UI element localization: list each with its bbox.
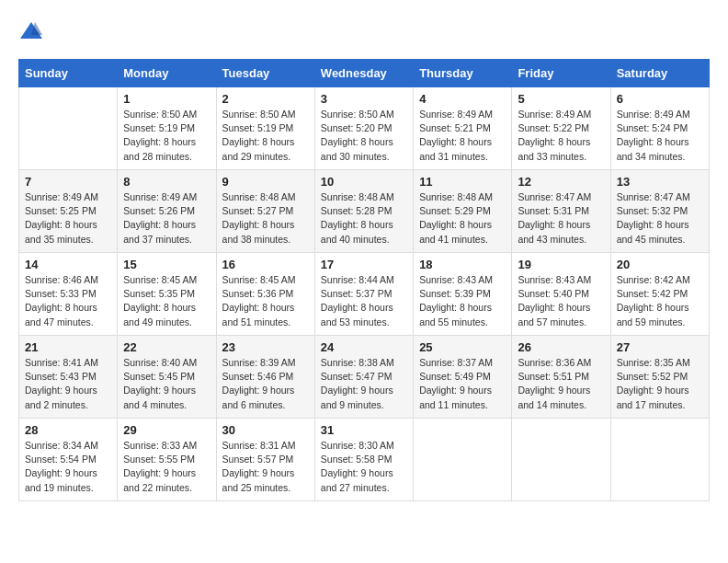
day-number: 14 xyxy=(25,258,111,271)
calendar-cell xyxy=(610,419,709,501)
day-info: Sunrise: 8:45 AM Sunset: 5:36 PM Dayligh… xyxy=(222,273,309,329)
day-info: Sunrise: 8:47 AM Sunset: 5:31 PM Dayligh… xyxy=(518,190,604,247)
calendar-cell: 15Sunrise: 8:45 AM Sunset: 5:35 PM Dayli… xyxy=(118,253,216,336)
day-number: 5 xyxy=(518,92,604,106)
header-day: Wednesday xyxy=(314,60,413,87)
day-number: 15 xyxy=(123,258,210,271)
calendar-cell: 16Sunrise: 8:45 AM Sunset: 5:36 PM Dayli… xyxy=(216,253,314,336)
day-number: 11 xyxy=(419,175,506,189)
day-info: Sunrise: 8:46 AM Sunset: 5:33 PM Dayligh… xyxy=(25,273,111,329)
day-info: Sunrise: 8:49 AM Sunset: 5:25 PM Dayligh… xyxy=(25,190,111,247)
calendar-cell: 27Sunrise: 8:35 AM Sunset: 5:52 PM Dayli… xyxy=(610,336,709,419)
calendar-week: 7Sunrise: 8:49 AM Sunset: 5:25 PM Daylig… xyxy=(19,170,710,253)
calendar-cell: 13Sunrise: 8:47 AM Sunset: 5:32 PM Dayli… xyxy=(610,170,709,253)
day-number: 7 xyxy=(25,175,111,189)
day-info: Sunrise: 8:43 AM Sunset: 5:40 PM Dayligh… xyxy=(518,273,604,329)
day-number: 9 xyxy=(222,175,309,189)
calendar-cell: 2Sunrise: 8:50 AM Sunset: 5:19 PM Daylig… xyxy=(216,87,314,170)
calendar-cell: 4Sunrise: 8:49 AM Sunset: 5:21 PM Daylig… xyxy=(414,87,512,170)
day-number: 6 xyxy=(617,92,703,106)
calendar-table: SundayMondayTuesdayWednesdayThursdayFrid… xyxy=(18,59,710,501)
day-info: Sunrise: 8:41 AM Sunset: 5:43 PM Dayligh… xyxy=(25,356,111,412)
calendar-cell: 28Sunrise: 8:34 AM Sunset: 5:54 PM Dayli… xyxy=(19,419,118,501)
logo xyxy=(18,18,48,44)
day-info: Sunrise: 8:34 AM Sunset: 5:54 PM Dayligh… xyxy=(25,439,111,495)
calendar-cell: 20Sunrise: 8:42 AM Sunset: 5:42 PM Dayli… xyxy=(610,253,709,336)
calendar-cell: 7Sunrise: 8:49 AM Sunset: 5:25 PM Daylig… xyxy=(19,170,118,253)
calendar-cell xyxy=(414,419,512,501)
day-number: 30 xyxy=(222,423,309,437)
day-info: Sunrise: 8:48 AM Sunset: 5:28 PM Dayligh… xyxy=(321,190,407,247)
calendar-cell: 10Sunrise: 8:48 AM Sunset: 5:28 PM Dayli… xyxy=(314,170,413,253)
day-number: 4 xyxy=(419,92,506,106)
day-number: 20 xyxy=(617,258,703,271)
header-day: Friday xyxy=(512,60,610,87)
header-day: Sunday xyxy=(19,60,118,87)
calendar-cell: 24Sunrise: 8:38 AM Sunset: 5:47 PM Dayli… xyxy=(314,336,413,419)
day-number: 8 xyxy=(123,175,210,189)
day-info: Sunrise: 8:50 AM Sunset: 5:20 PM Dayligh… xyxy=(321,108,407,164)
calendar-week: 14Sunrise: 8:46 AM Sunset: 5:33 PM Dayli… xyxy=(19,253,710,336)
calendar-cell: 30Sunrise: 8:31 AM Sunset: 5:57 PM Dayli… xyxy=(216,419,314,501)
day-number: 27 xyxy=(617,340,703,354)
day-info: Sunrise: 8:50 AM Sunset: 5:19 PM Dayligh… xyxy=(123,108,210,164)
calendar-cell: 8Sunrise: 8:49 AM Sunset: 5:26 PM Daylig… xyxy=(118,170,216,253)
logo-icon xyxy=(18,18,44,44)
header-row: SundayMondayTuesdayWednesdayThursdayFrid… xyxy=(19,60,710,87)
day-number: 1 xyxy=(123,92,210,106)
day-info: Sunrise: 8:37 AM Sunset: 5:49 PM Dayligh… xyxy=(419,356,506,412)
calendar-cell: 9Sunrise: 8:48 AM Sunset: 5:27 PM Daylig… xyxy=(216,170,314,253)
calendar-cell: 21Sunrise: 8:41 AM Sunset: 5:43 PM Dayli… xyxy=(19,336,118,419)
day-number: 25 xyxy=(419,340,506,354)
page-header xyxy=(18,18,710,44)
day-info: Sunrise: 8:48 AM Sunset: 5:27 PM Dayligh… xyxy=(222,190,309,247)
day-number: 26 xyxy=(518,340,604,354)
calendar-cell: 29Sunrise: 8:33 AM Sunset: 5:55 PM Dayli… xyxy=(118,419,216,501)
day-info: Sunrise: 8:49 AM Sunset: 5:21 PM Dayligh… xyxy=(419,108,506,164)
day-info: Sunrise: 8:50 AM Sunset: 5:19 PM Dayligh… xyxy=(222,108,309,164)
calendar-cell: 11Sunrise: 8:48 AM Sunset: 5:29 PM Dayli… xyxy=(414,170,512,253)
day-info: Sunrise: 8:49 AM Sunset: 5:26 PM Dayligh… xyxy=(123,190,210,247)
day-number: 29 xyxy=(123,423,210,437)
day-info: Sunrise: 8:38 AM Sunset: 5:47 PM Dayligh… xyxy=(321,356,407,412)
calendar-cell xyxy=(19,87,118,170)
day-info: Sunrise: 8:40 AM Sunset: 5:45 PM Dayligh… xyxy=(123,356,210,412)
calendar-cell: 31Sunrise: 8:30 AM Sunset: 5:58 PM Dayli… xyxy=(314,419,413,501)
day-number: 13 xyxy=(617,175,703,189)
day-number: 31 xyxy=(321,423,407,437)
calendar-cell: 26Sunrise: 8:36 AM Sunset: 5:51 PM Dayli… xyxy=(512,336,610,419)
calendar-cell: 1Sunrise: 8:50 AM Sunset: 5:19 PM Daylig… xyxy=(118,87,216,170)
calendar-cell: 25Sunrise: 8:37 AM Sunset: 5:49 PM Dayli… xyxy=(414,336,512,419)
calendar-cell: 12Sunrise: 8:47 AM Sunset: 5:31 PM Dayli… xyxy=(512,170,610,253)
day-number: 19 xyxy=(518,258,604,271)
day-number: 23 xyxy=(222,340,309,354)
day-info: Sunrise: 8:30 AM Sunset: 5:58 PM Dayligh… xyxy=(321,439,407,495)
calendar-week: 1Sunrise: 8:50 AM Sunset: 5:19 PM Daylig… xyxy=(19,87,710,170)
day-info: Sunrise: 8:35 AM Sunset: 5:52 PM Dayligh… xyxy=(617,356,703,412)
day-number: 28 xyxy=(25,423,111,437)
day-info: Sunrise: 8:42 AM Sunset: 5:42 PM Dayligh… xyxy=(617,273,703,329)
calendar-cell: 19Sunrise: 8:43 AM Sunset: 5:40 PM Dayli… xyxy=(512,253,610,336)
day-info: Sunrise: 8:49 AM Sunset: 5:22 PM Dayligh… xyxy=(518,108,604,164)
header-day: Saturday xyxy=(610,60,709,87)
calendar-cell: 14Sunrise: 8:46 AM Sunset: 5:33 PM Dayli… xyxy=(19,253,118,336)
calendar-cell: 22Sunrise: 8:40 AM Sunset: 5:45 PM Dayli… xyxy=(118,336,216,419)
day-number: 17 xyxy=(321,258,407,271)
day-info: Sunrise: 8:36 AM Sunset: 5:51 PM Dayligh… xyxy=(518,356,604,412)
calendar-cell: 17Sunrise: 8:44 AM Sunset: 5:37 PM Dayli… xyxy=(314,253,413,336)
day-number: 21 xyxy=(25,340,111,354)
header-day: Tuesday xyxy=(216,60,314,87)
calendar-cell: 23Sunrise: 8:39 AM Sunset: 5:46 PM Dayli… xyxy=(216,336,314,419)
day-number: 22 xyxy=(123,340,210,354)
day-number: 3 xyxy=(321,92,407,106)
day-number: 10 xyxy=(321,175,407,189)
day-number: 16 xyxy=(222,258,309,271)
calendar-body: 1Sunrise: 8:50 AM Sunset: 5:19 PM Daylig… xyxy=(19,87,710,501)
calendar-header: SundayMondayTuesdayWednesdayThursdayFrid… xyxy=(19,60,710,87)
day-info: Sunrise: 8:45 AM Sunset: 5:35 PM Dayligh… xyxy=(123,273,210,329)
day-info: Sunrise: 8:33 AM Sunset: 5:55 PM Dayligh… xyxy=(123,439,210,495)
calendar-week: 21Sunrise: 8:41 AM Sunset: 5:43 PM Dayli… xyxy=(19,336,710,419)
day-info: Sunrise: 8:31 AM Sunset: 5:57 PM Dayligh… xyxy=(222,439,309,495)
calendar-cell: 18Sunrise: 8:43 AM Sunset: 5:39 PM Dayli… xyxy=(414,253,512,336)
header-day: Monday xyxy=(118,60,216,87)
